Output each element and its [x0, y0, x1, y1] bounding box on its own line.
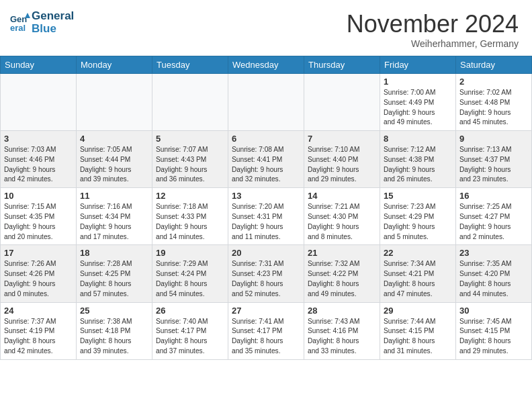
- calendar-day-cell: 28Sunrise: 7:43 AM Sunset: 4:16 PM Dayli…: [304, 302, 380, 359]
- calendar-header-row: SundayMondayTuesdayWednesdayThursdayFrid…: [1, 56, 532, 74]
- day-info: Sunrise: 7:43 AM Sunset: 4:16 PM Dayligh…: [308, 317, 376, 357]
- day-info: Sunrise: 7:02 AM Sunset: 4:48 PM Dayligh…: [459, 88, 528, 128]
- calendar-day-cell: [77, 74, 152, 131]
- calendar-day-cell: 27Sunrise: 7:41 AM Sunset: 4:17 PM Dayli…: [228, 302, 304, 359]
- calendar-day-cell: 24Sunrise: 7:37 AM Sunset: 4:19 PM Dayli…: [1, 302, 77, 359]
- day-number: 22: [384, 248, 452, 258]
- calendar-day-cell: 26Sunrise: 7:40 AM Sunset: 4:17 PM Dayli…: [152, 302, 228, 359]
- day-number: 20: [232, 248, 300, 258]
- day-number: 8: [384, 134, 452, 144]
- day-number: 16: [459, 191, 528, 201]
- day-info: Sunrise: 7:28 AM Sunset: 4:25 PM Dayligh…: [80, 259, 148, 299]
- day-number: 28: [308, 306, 376, 316]
- calendar-day-cell: 18Sunrise: 7:28 AM Sunset: 4:25 PM Dayli…: [77, 245, 152, 302]
- calendar-day-cell: 25Sunrise: 7:38 AM Sunset: 4:18 PM Dayli…: [77, 302, 152, 359]
- calendar-day-cell: [304, 74, 380, 131]
- day-number: 19: [156, 248, 224, 258]
- calendar-day-cell: 9Sunrise: 7:13 AM Sunset: 4:37 PM Daylig…: [456, 131, 532, 188]
- day-number: 18: [80, 248, 148, 258]
- logo-text-line1: General: [32, 10, 74, 23]
- calendar-day-cell: 10Sunrise: 7:15 AM Sunset: 4:35 PM Dayli…: [1, 188, 77, 245]
- logo-icon: Gen eral: [10, 13, 30, 33]
- month-title: November 2024: [347, 10, 519, 38]
- calendar-day-cell: 20Sunrise: 7:31 AM Sunset: 4:23 PM Dayli…: [228, 245, 304, 302]
- calendar-day-cell: 1Sunrise: 7:00 AM Sunset: 4:49 PM Daylig…: [380, 74, 456, 131]
- day-info: Sunrise: 7:25 AM Sunset: 4:27 PM Dayligh…: [459, 202, 528, 242]
- logo-text-line2: Blue: [32, 23, 74, 36]
- calendar-day-header: Wednesday: [228, 56, 304, 74]
- day-number: 30: [459, 306, 528, 316]
- calendar-day-header: Friday: [380, 56, 456, 74]
- calendar-day-header: Monday: [77, 56, 152, 74]
- day-info: Sunrise: 7:13 AM Sunset: 4:37 PM Dayligh…: [459, 145, 528, 185]
- svg-text:eral: eral: [10, 23, 26, 33]
- calendar-week-row: 17Sunrise: 7:26 AM Sunset: 4:26 PM Dayli…: [1, 245, 532, 302]
- day-info: Sunrise: 7:05 AM Sunset: 4:44 PM Dayligh…: [80, 145, 148, 185]
- page-header: Gen eral General Blue November 2024 Weih…: [0, 0, 532, 56]
- day-number: 4: [80, 134, 148, 144]
- calendar-day-cell: 29Sunrise: 7:44 AM Sunset: 4:15 PM Dayli…: [380, 302, 456, 359]
- calendar-day-cell: 30Sunrise: 7:45 AM Sunset: 4:15 PM Dayli…: [456, 302, 532, 359]
- day-info: Sunrise: 7:12 AM Sunset: 4:38 PM Dayligh…: [384, 145, 452, 185]
- day-info: Sunrise: 7:16 AM Sunset: 4:34 PM Dayligh…: [80, 202, 148, 242]
- day-info: Sunrise: 7:20 AM Sunset: 4:31 PM Dayligh…: [232, 202, 300, 242]
- day-number: 12: [156, 191, 224, 201]
- calendar-day-cell: 8Sunrise: 7:12 AM Sunset: 4:38 PM Daylig…: [380, 131, 456, 188]
- day-info: Sunrise: 7:08 AM Sunset: 4:41 PM Dayligh…: [232, 145, 300, 185]
- calendar-week-row: 10Sunrise: 7:15 AM Sunset: 4:35 PM Dayli…: [1, 188, 532, 245]
- day-info: Sunrise: 7:07 AM Sunset: 4:43 PM Dayligh…: [156, 145, 224, 185]
- day-number: 21: [308, 248, 376, 258]
- day-number: 6: [232, 134, 300, 144]
- calendar-day-cell: 5Sunrise: 7:07 AM Sunset: 4:43 PM Daylig…: [152, 131, 228, 188]
- day-info: Sunrise: 7:21 AM Sunset: 4:30 PM Dayligh…: [308, 202, 376, 242]
- calendar-day-cell: 21Sunrise: 7:32 AM Sunset: 4:22 PM Dayli…: [304, 245, 380, 302]
- calendar-day-cell: 12Sunrise: 7:18 AM Sunset: 4:33 PM Dayli…: [152, 188, 228, 245]
- day-number: 26: [156, 306, 224, 316]
- day-number: 3: [4, 134, 73, 144]
- day-info: Sunrise: 7:10 AM Sunset: 4:40 PM Dayligh…: [308, 145, 376, 185]
- day-number: 7: [308, 134, 376, 144]
- day-info: Sunrise: 7:35 AM Sunset: 4:20 PM Dayligh…: [459, 259, 528, 299]
- calendar-day-cell: 14Sunrise: 7:21 AM Sunset: 4:30 PM Dayli…: [304, 188, 380, 245]
- day-number: 29: [384, 306, 452, 316]
- day-info: Sunrise: 7:31 AM Sunset: 4:23 PM Dayligh…: [232, 259, 300, 299]
- day-number: 13: [232, 191, 300, 201]
- day-number: 1: [384, 77, 452, 87]
- day-info: Sunrise: 7:32 AM Sunset: 4:22 PM Dayligh…: [308, 259, 376, 299]
- day-info: Sunrise: 7:15 AM Sunset: 4:35 PM Dayligh…: [4, 202, 73, 242]
- day-number: 11: [80, 191, 148, 201]
- calendar-day-cell: 7Sunrise: 7:10 AM Sunset: 4:40 PM Daylig…: [304, 131, 380, 188]
- calendar-week-row: 1Sunrise: 7:00 AM Sunset: 4:49 PM Daylig…: [1, 74, 532, 131]
- calendar-day-header: Thursday: [304, 56, 380, 74]
- day-number: 10: [4, 191, 73, 201]
- day-info: Sunrise: 7:34 AM Sunset: 4:21 PM Dayligh…: [384, 259, 452, 299]
- calendar-table: SundayMondayTuesdayWednesdayThursdayFrid…: [0, 56, 532, 360]
- calendar-day-cell: 11Sunrise: 7:16 AM Sunset: 4:34 PM Dayli…: [77, 188, 152, 245]
- calendar-day-header: Tuesday: [152, 56, 228, 74]
- calendar-week-row: 24Sunrise: 7:37 AM Sunset: 4:19 PM Dayli…: [1, 302, 532, 359]
- day-number: 25: [80, 306, 148, 316]
- day-number: 9: [459, 134, 528, 144]
- day-info: Sunrise: 7:45 AM Sunset: 4:15 PM Dayligh…: [459, 317, 528, 357]
- calendar-day-cell: 17Sunrise: 7:26 AM Sunset: 4:26 PM Dayli…: [1, 245, 77, 302]
- day-number: 24: [4, 306, 73, 316]
- calendar-day-cell: [1, 74, 77, 131]
- day-number: 15: [384, 191, 452, 201]
- calendar-day-cell: 4Sunrise: 7:05 AM Sunset: 4:44 PM Daylig…: [77, 131, 152, 188]
- logo: Gen eral General Blue: [10, 10, 74, 35]
- day-info: Sunrise: 7:40 AM Sunset: 4:17 PM Dayligh…: [156, 317, 224, 357]
- day-number: 23: [459, 248, 528, 258]
- calendar-week-row: 3Sunrise: 7:03 AM Sunset: 4:46 PM Daylig…: [1, 131, 532, 188]
- day-info: Sunrise: 7:38 AM Sunset: 4:18 PM Dayligh…: [80, 317, 148, 357]
- day-info: Sunrise: 7:18 AM Sunset: 4:33 PM Dayligh…: [156, 202, 224, 242]
- calendar-day-cell: 22Sunrise: 7:34 AM Sunset: 4:21 PM Dayli…: [380, 245, 456, 302]
- calendar-day-cell: 13Sunrise: 7:20 AM Sunset: 4:31 PM Dayli…: [228, 188, 304, 245]
- calendar-day-cell: [228, 74, 304, 131]
- day-number: 14: [308, 191, 376, 201]
- day-info: Sunrise: 7:37 AM Sunset: 4:19 PM Dayligh…: [4, 317, 73, 357]
- day-info: Sunrise: 7:41 AM Sunset: 4:17 PM Dayligh…: [232, 317, 300, 357]
- calendar-day-cell: [152, 74, 228, 131]
- day-info: Sunrise: 7:26 AM Sunset: 4:26 PM Dayligh…: [4, 259, 73, 299]
- day-info: Sunrise: 7:23 AM Sunset: 4:29 PM Dayligh…: [384, 202, 452, 242]
- day-number: 2: [459, 77, 528, 87]
